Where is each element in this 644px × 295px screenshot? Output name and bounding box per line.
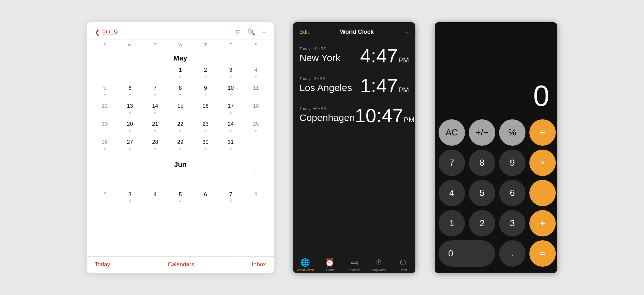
la-offset: Today, -3HRS	[299, 76, 352, 81]
cal-day[interactable]: 6	[193, 188, 218, 206]
grid-view-icon[interactable]: ⊟	[235, 28, 241, 36]
cal-day[interactable]: 23	[193, 118, 218, 136]
divide-button[interactable]: ÷	[529, 119, 556, 146]
weekday-m: M	[117, 42, 142, 47]
decimal-button[interactable]: .	[499, 240, 526, 267]
cal-day[interactable]: 13	[117, 100, 142, 118]
cal-day[interactable]: 2	[92, 188, 117, 206]
cal-day[interactable]	[92, 64, 117, 82]
cal-day[interactable]	[92, 170, 117, 188]
cal-day[interactable]: 25	[243, 118, 269, 136]
cal-day[interactable]: 11	[243, 82, 269, 100]
cal-day[interactable]	[143, 64, 168, 82]
cal-day[interactable]: 4	[143, 188, 168, 206]
clock-add-button[interactable]: +	[405, 28, 409, 36]
cal-day[interactable]: 15	[168, 100, 193, 118]
cal-day[interactable]: 30	[193, 136, 218, 154]
cal-day[interactable]: 24	[218, 118, 243, 136]
cal-day[interactable]: 12	[92, 100, 117, 118]
back-chevron-icon[interactable]: ❮	[95, 28, 100, 36]
cal-day[interactable]: 2	[193, 64, 218, 82]
three-button[interactable]: 3	[499, 210, 526, 236]
plus-minus-button[interactable]: +/−	[469, 119, 495, 146]
zero-button[interactable]: 0	[439, 240, 495, 267]
cal-day[interactable]: 17	[218, 100, 243, 118]
cal-day[interactable]: 18	[243, 100, 269, 118]
clock-item-top: Today, +6HRS Copenhagen 10:47 PM	[299, 106, 409, 125]
today-button[interactable]: Today	[95, 261, 110, 268]
five-button[interactable]: 5	[469, 180, 495, 206]
multiply-button[interactable]: ×	[529, 150, 556, 176]
equals-button[interactable]: =	[529, 240, 556, 267]
cal-day[interactable]	[143, 170, 168, 188]
cal-day[interactable]: 9	[193, 82, 218, 100]
six-button[interactable]: 6	[499, 180, 526, 206]
cal-day[interactable]: 5	[168, 188, 193, 206]
search-icon[interactable]: 🔍	[247, 28, 255, 36]
cal-day[interactable]: 27	[117, 136, 142, 154]
weekday-t1: T	[143, 42, 168, 47]
cal-day[interactable]: 3	[218, 64, 243, 82]
percent-button[interactable]: %	[499, 119, 526, 146]
one-button[interactable]: 1	[439, 210, 465, 236]
nine-button[interactable]: 9	[499, 150, 526, 176]
cal-day[interactable]: 7	[218, 188, 243, 206]
cal-day[interactable]: 29	[168, 136, 193, 154]
la-time: 1:47	[360, 76, 398, 96]
cal-day[interactable]: 16	[193, 100, 218, 118]
tab-alarm[interactable]: ⏰ Alarm	[317, 258, 342, 272]
month-may-label: May	[87, 50, 274, 64]
cal-day[interactable]: 22	[168, 118, 193, 136]
four-button[interactable]: 4	[439, 180, 465, 206]
tab-stopwatch[interactable]: ⏱ Stopwatch	[366, 258, 391, 272]
cal-day[interactable]: 20	[117, 118, 142, 136]
tab-timer[interactable]: ⏲ Timer	[391, 258, 415, 272]
year-nav[interactable]: ❮ 2019	[95, 28, 118, 36]
alarm-label: Alarm	[326, 268, 334, 272]
minus-button[interactable]: −	[529, 180, 556, 206]
cal-day[interactable]: 1	[168, 64, 193, 82]
cal-day[interactable]: 31	[218, 136, 243, 154]
cal-day[interactable]: 6	[117, 82, 142, 100]
calendars-button[interactable]: Calendars	[168, 261, 194, 268]
cal-day[interactable]: 28	[143, 136, 168, 154]
eight-button[interactable]: 8	[469, 150, 495, 176]
weekday-w: W	[168, 42, 193, 47]
cal-day[interactable]	[218, 170, 243, 188]
clock-edit-button[interactable]: Edit	[299, 29, 309, 35]
calendar-body: May 1 2 3 4 5 6 7 8 9 10 11 12 13	[87, 50, 274, 256]
cal-day[interactable]: 14	[143, 100, 168, 118]
apps-container: ❮ 2019 ⊟ 🔍 + S M T W T F S May	[0, 0, 644, 295]
cal-day[interactable]	[243, 136, 269, 154]
cal-day[interactable]: 8	[168, 82, 193, 100]
cal-day[interactable]: 10	[218, 82, 243, 100]
cal-day[interactable]: 21	[143, 118, 168, 136]
newyork-time-display: 4:47 PM	[360, 46, 409, 66]
calendar-footer: Today Calendars Inbox	[87, 256, 274, 273]
add-event-icon[interactable]: +	[262, 28, 266, 36]
cal-day[interactable]: 5	[92, 82, 117, 100]
clock-item-top: Today, -3HRS Los Angeles 1:47 PM	[299, 76, 409, 96]
tab-world-clock[interactable]: 🌐 World Clock	[293, 258, 317, 272]
cal-day[interactable]: 8	[243, 188, 269, 206]
weekday-f: F	[218, 42, 243, 47]
cal-day[interactable]	[168, 170, 193, 188]
cal-day[interactable]: 7	[143, 82, 168, 100]
two-button[interactable]: 2	[469, 210, 495, 236]
plus-button[interactable]: +	[529, 210, 556, 236]
clock-title: World Clock	[340, 29, 374, 35]
cal-day[interactable]	[117, 64, 142, 82]
year-label: 2019	[102, 28, 118, 36]
seven-button[interactable]: 7	[439, 150, 465, 176]
cal-day[interactable]	[193, 170, 218, 188]
inbox-button[interactable]: Inbox	[252, 261, 266, 268]
tab-bedtime[interactable]: 🛏 Bedtime	[342, 258, 366, 272]
cal-day[interactable]: 1	[243, 170, 269, 188]
cal-day[interactable]: 4	[243, 64, 269, 82]
cop-ampm: PM	[404, 116, 414, 124]
cal-day[interactable]: 19	[92, 118, 117, 136]
cal-day[interactable]	[117, 170, 142, 188]
ac-button[interactable]: AC	[439, 119, 465, 146]
cal-day[interactable]: 26	[92, 136, 117, 154]
cal-day[interactable]: 3	[117, 188, 142, 206]
